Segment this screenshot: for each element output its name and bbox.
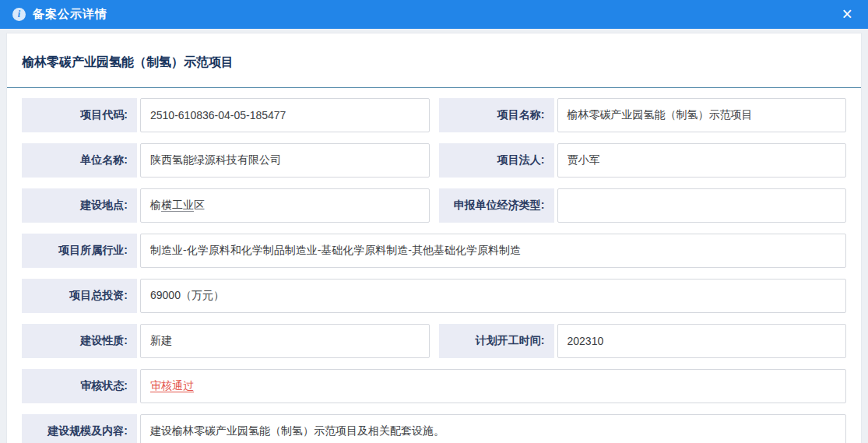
construction-nature-label: 建设性质: bbox=[22, 324, 137, 358]
modal-body: 榆林零碳产业园氢能（制氢）示范项目 项目代码: 2510-610836-04-0… bbox=[0, 29, 868, 443]
industry-value: 制造业-化学原料和化学制品制造业-基础化学原料制造-其他基础化学原料制造 bbox=[140, 234, 846, 268]
form-row: 单位名称: 陕西氢能绿源科技有限公司 项目法人: 贾小军 bbox=[22, 143, 846, 178]
field-legal-person: 项目法人: 贾小军 bbox=[439, 143, 847, 178]
company-name-value: 陕西氢能绿源科技有限公司 bbox=[140, 143, 430, 178]
total-investment-label: 项目总投资: bbox=[22, 279, 137, 313]
field-review-status: 审核状态: 审核通过 bbox=[22, 369, 846, 403]
total-investment-value: 69000（万元） bbox=[140, 279, 846, 313]
form-row: 建设规模及内容: 建设榆林零碳产业园氢能（制氢）示范项目及相关配套设施。 bbox=[22, 414, 846, 443]
form-row: 建设地点: 榆横工业区 申报单位经济类型: bbox=[22, 188, 846, 223]
form-row: 审核状态: 审核通过 bbox=[22, 369, 846, 403]
scale-content-label: 建设规模及内容: bbox=[22, 414, 137, 443]
project-title-section: 榆林零碳产业园氢能（制氢）示范项目 bbox=[7, 33, 861, 88]
modal-title: 备案公示详情 bbox=[33, 7, 107, 22]
project-title: 榆林零碳产业园氢能（制氢）示范项目 bbox=[22, 54, 234, 71]
close-icon[interactable]: × bbox=[839, 5, 856, 23]
economic-type-value bbox=[557, 188, 847, 223]
field-planned-start-date: 计划开工时间: 202310 bbox=[439, 324, 847, 358]
construction-site-value: 榆横工业区 bbox=[140, 188, 430, 223]
form-row: 项目所属行业: 制造业-化学原料和化学制品制造业-基础化学原料制造-其他基础化学… bbox=[22, 234, 846, 268]
field-total-investment: 项目总投资: 69000（万元） bbox=[22, 279, 846, 313]
site-text: 区 bbox=[194, 199, 205, 213]
project-code-value: 2510-610836-04-05-185477 bbox=[140, 98, 430, 132]
info-icon: i bbox=[12, 8, 26, 21]
industry-label: 项目所属行业: bbox=[22, 234, 137, 268]
economic-type-label: 申报单位经济类型: bbox=[439, 188, 554, 223]
legal-person-value: 贾小军 bbox=[557, 143, 847, 178]
status-badge: 审核通过 bbox=[150, 379, 194, 393]
field-construction-site: 建设地点: 榆横工业区 bbox=[22, 188, 430, 223]
planned-start-date-label: 计划开工时间: bbox=[439, 324, 554, 358]
field-project-code: 项目代码: 2510-610836-04-05-185477 bbox=[22, 98, 430, 132]
project-name-value: 榆林零碳产业园氢能（制氢）示范项目 bbox=[557, 98, 847, 132]
company-name-label: 单位名称: bbox=[22, 143, 137, 178]
modal-titlebar: i 备案公示详情 × bbox=[0, 0, 868, 29]
review-status-label: 审核状态: bbox=[22, 369, 137, 403]
field-economic-type: 申报单位经济类型: bbox=[439, 188, 847, 223]
scale-content-value: 建设榆林零碳产业园氢能（制氢）示范项目及相关配套设施。 bbox=[140, 414, 846, 443]
construction-site-label: 建设地点: bbox=[22, 188, 137, 223]
field-construction-nature: 建设性质: 新建 bbox=[22, 324, 430, 358]
project-code-label: 项目代码: bbox=[22, 98, 137, 132]
field-company-name: 单位名称: 陕西氢能绿源科技有限公司 bbox=[22, 143, 430, 178]
review-status-value: 审核通过 bbox=[140, 369, 846, 403]
field-industry: 项目所属行业: 制造业-化学原料和化学制品制造业-基础化学原料制造-其他基础化学… bbox=[22, 234, 846, 268]
detail-card: 榆林零碳产业园氢能（制氢）示范项目 项目代码: 2510-610836-04-0… bbox=[6, 33, 862, 443]
form-row: 项目总投资: 69000（万元） bbox=[22, 279, 846, 313]
site-text: 榆 bbox=[150, 199, 161, 213]
site-text-underlined: 横工业 bbox=[161, 199, 194, 213]
project-name-label: 项目名称: bbox=[439, 98, 554, 132]
form-row: 建设性质: 新建 计划开工时间: 202310 bbox=[22, 324, 846, 358]
form-row: 项目代码: 2510-610836-04-05-185477 项目名称: 榆林零… bbox=[22, 98, 846, 132]
field-scale-content: 建设规模及内容: 建设榆林零碳产业园氢能（制氢）示范项目及相关配套设施。 bbox=[22, 414, 846, 443]
planned-start-date-value: 202310 bbox=[557, 324, 847, 358]
detail-form: 项目代码: 2510-610836-04-05-185477 项目名称: 榆林零… bbox=[7, 88, 861, 443]
construction-nature-value: 新建 bbox=[140, 324, 430, 358]
legal-person-label: 项目法人: bbox=[439, 143, 554, 178]
field-project-name: 项目名称: 榆林零碳产业园氢能（制氢）示范项目 bbox=[439, 98, 847, 132]
